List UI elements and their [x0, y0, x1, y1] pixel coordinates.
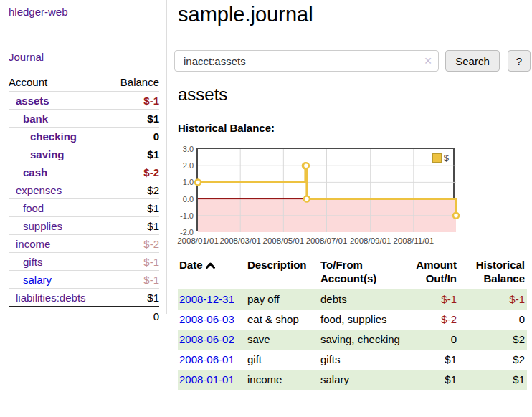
sidebar-account-link-assets[interactable]: assets	[9, 95, 49, 107]
x-axis-tick-label: 2008/07/01	[304, 236, 350, 246]
sidebar-account-link-income[interactable]: income	[9, 238, 50, 250]
help-button[interactable]: ?	[508, 50, 531, 72]
transaction-balance: $1	[459, 370, 527, 390]
sidebar-account-link-gifts[interactable]: gifts	[9, 256, 43, 268]
transaction-row: 2008-06-01giftgifts$1$2	[178, 350, 527, 370]
sidebar-account-row: liabilities:debts$1	[9, 288, 159, 306]
sidebar-account-balance: $1	[147, 202, 159, 214]
clear-search-icon[interactable]: ✕	[424, 55, 432, 67]
column-header-date[interactable]: Date	[178, 257, 247, 289]
transaction-description: eat & shop	[247, 310, 320, 330]
column-header-to-from-account-s-: To/From Account(s)	[320, 257, 401, 289]
x-axis-tick-label: 2008/01/01	[175, 236, 221, 246]
transaction-description: save	[247, 330, 320, 350]
search-form: ✕ Search ?	[174, 50, 529, 72]
x-axis-tick-label: 2008/03/01	[217, 236, 263, 246]
account-heading: assets	[178, 85, 227, 105]
sidebar-account-balance: $-1	[143, 256, 159, 268]
accounts-header-account: Account	[9, 76, 47, 88]
column-header-amount-out-in: Amount Out/In	[401, 257, 459, 289]
sidebar-account-link-food[interactable]: food	[9, 202, 44, 214]
column-header-historical-balance: Historical Balance	[459, 257, 527, 289]
chart-title: Historical Balance:	[178, 122, 275, 134]
sidebar-account-row: gifts$-1	[9, 252, 159, 270]
accounts-table: Account Balance assets$-1bank$1checking0…	[9, 72, 159, 325]
sidebar-account-link-checking[interactable]: checking	[9, 130, 77, 143]
sidebar-account-balance: $2	[147, 184, 159, 196]
transaction-row: 2008-06-02savesaving, checking0$2	[178, 330, 527, 350]
sidebar-account-row: cash$-2	[9, 163, 159, 181]
sidebar-account-balance: $-1	[143, 274, 159, 286]
transaction-date-link[interactable]: 2008-06-03	[179, 313, 234, 325]
sidebar-account-row: expenses$2	[9, 181, 159, 198]
transaction-date-link[interactable]: 2008-06-02	[179, 333, 234, 345]
y-axis-tick-label: 3.0	[175, 144, 194, 154]
sidebar-account-link-expenses[interactable]: expenses	[9, 184, 62, 196]
sidebar-account-row: supplies$1	[9, 216, 159, 234]
chart-plot-area: $	[196, 148, 455, 231]
chart-legend: $	[431, 152, 450, 164]
sidebar-account-row: food$1	[9, 198, 159, 216]
historical-balance-chart: $ 3.02.01.00.0-1.0-2.02008/01/012008/03/…	[178, 142, 527, 248]
sidebar-account-link-cash[interactable]: cash	[9, 166, 47, 178]
accounts-list: assets$-1bank$1checking0saving$1cash$-2e…	[9, 91, 159, 306]
y-axis-tick-label: 1.0	[175, 177, 194, 187]
transaction-date-link[interactable]: 2008-12-31	[179, 293, 234, 305]
transaction-description: pay off	[247, 289, 320, 310]
transactions-table: DateDescriptionTo/From Account(s)Amount …	[178, 257, 527, 390]
sidebar-account-balance: $1	[147, 112, 159, 125]
transaction-row: 2008-06-03eat & shopfood, supplies$-20	[178, 310, 527, 330]
transaction-amount: $1	[401, 370, 459, 390]
sidebar-account-row: bank$1	[9, 109, 159, 127]
transaction-date-link[interactable]: 2008-01-01	[179, 373, 234, 385]
transaction-amount: $1	[401, 350, 459, 370]
transaction-amount: $-2	[401, 310, 459, 330]
sidebar-account-balance: $-2	[143, 238, 159, 250]
sidebar-account-link-salary[interactable]: salary	[9, 274, 52, 286]
search-input[interactable]	[174, 50, 439, 72]
accounts-header-balance: Balance	[120, 76, 159, 88]
y-axis-tick-label: -1.0	[175, 211, 194, 221]
main-content: sample.journal ✕ Search ? assets Histori…	[178, 0, 529, 27]
transaction-accounts: food, supplies	[320, 310, 401, 330]
sidebar-account-balance: $-1	[143, 95, 159, 107]
accounts-total-row: 0	[9, 306, 159, 325]
sidebar: hledger-web Journal Account Balance asse…	[0, 0, 167, 314]
sidebar-account-row: saving$1	[9, 145, 159, 163]
sidebar-account-balance: $1	[147, 292, 159, 304]
sort-ascending-icon	[206, 262, 215, 269]
transaction-balance: 0	[459, 310, 527, 330]
transaction-row: 2008-12-31pay offdebts$-1$-1	[178, 289, 527, 310]
transaction-date-link[interactable]: 2008-06-01	[179, 353, 234, 365]
sidebar-account-link-supplies[interactable]: supplies	[9, 220, 62, 232]
y-axis-tick-label: 0.0	[175, 194, 194, 204]
sidebar-account-link-saving[interactable]: saving	[9, 148, 65, 160]
transaction-description: gift	[247, 350, 320, 370]
transaction-row: 2008-01-01incomesalary$1$1	[178, 370, 527, 390]
y-axis-tick-label: 2.0	[175, 160, 194, 171]
transaction-description: income	[247, 370, 320, 390]
accounts-total-value: 0	[153, 310, 159, 322]
sidebar-account-row: checking0	[9, 127, 159, 145]
sidebar-account-row: assets$-1	[9, 91, 159, 109]
sidebar-account-balance: $1	[147, 220, 159, 232]
accounts-table-header: Account Balance	[9, 72, 159, 91]
sidebar-account-row: income$-2	[9, 234, 159, 252]
transaction-balance: $2	[459, 350, 527, 370]
sidebar-account-balance: $1	[147, 148, 159, 160]
brand-link[interactable]: hledger-web	[9, 6, 68, 18]
transaction-amount: 0	[401, 330, 459, 350]
legend-swatch	[432, 153, 442, 163]
sidebar-account-link-liabilities-debts[interactable]: liabilities:debts	[9, 292, 86, 304]
transaction-balance: $2	[459, 330, 527, 350]
sidebar-account-balance: 0	[153, 130, 159, 143]
search-button[interactable]: Search	[445, 50, 500, 72]
x-axis-tick-label: 2008/09/01	[348, 236, 394, 246]
x-axis-tick-label: 2008/11/01	[391, 236, 437, 246]
sidebar-account-row: salary$-1	[9, 270, 159, 288]
x-axis-tick-label: 2008/05/01	[260, 236, 306, 246]
transaction-accounts: salary	[320, 370, 401, 390]
sidebar-account-link-bank[interactable]: bank	[9, 112, 48, 125]
nav-journal-link[interactable]: Journal	[9, 51, 44, 63]
column-header-description: Description	[247, 257, 320, 289]
